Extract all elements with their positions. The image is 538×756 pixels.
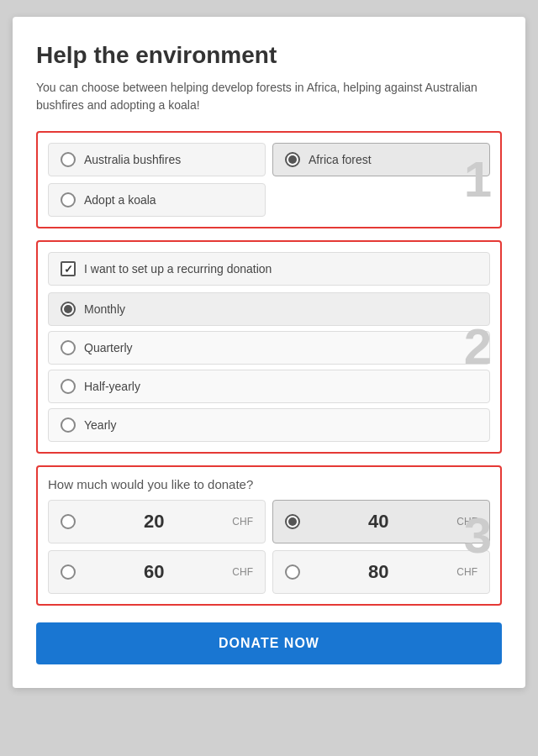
- cause-section: Australia bushfiresAfrica forestAdopt a …: [36, 131, 502, 228]
- amount-option[interactable]: 80CHF: [272, 550, 490, 594]
- amount-value: 40: [307, 511, 450, 533]
- recurring-checkbox-option[interactable]: I want to set up a recurring donation: [48, 252, 490, 286]
- amount-currency: CHF: [456, 566, 477, 578]
- amount-value: 20: [82, 511, 225, 533]
- frequency-option-label: Yearly: [84, 418, 116, 432]
- cause-option[interactable]: Australia bushfires: [48, 143, 266, 176]
- amount-radio-icon: [285, 564, 300, 580]
- frequency-options-list: MonthlyQuarterlyHalf-yearlyYearly: [48, 292, 490, 442]
- frequency-option-label: Quarterly: [84, 341, 133, 354]
- cause-radio-icon: [61, 192, 76, 207]
- amount-option[interactable]: 60CHF: [48, 550, 266, 594]
- amount-value: 80: [307, 561, 450, 583]
- amount-value: 60: [82, 561, 225, 583]
- amount-radio-icon: [61, 514, 76, 529]
- donate-button[interactable]: DONATE NOW: [36, 622, 502, 664]
- page-title: Help the environment: [36, 42, 502, 69]
- frequency-radio-icon: [61, 340, 76, 355]
- cause-option-label: Africa forest: [309, 153, 372, 166]
- cause-options-grid: Australia bushfiresAfrica forestAdopt a …: [48, 143, 490, 217]
- amount-currency: CHF: [456, 516, 477, 528]
- amount-options-grid: 20CHF40CHF60CHF80CHF: [48, 500, 490, 594]
- page-subtitle: You can choose between helping develop f…: [36, 79, 502, 114]
- frequency-radio-icon: [61, 417, 76, 433]
- frequency-option[interactable]: Monthly: [48, 292, 490, 326]
- frequency-option-label: Half-yearly: [84, 380, 140, 393]
- amount-radio-icon: [285, 514, 300, 529]
- amount-section: How much would you like to donate? 20CHF…: [36, 465, 502, 606]
- amount-currency: CHF: [232, 516, 253, 528]
- cause-option-label: Adopt a koala: [84, 193, 156, 207]
- recurring-section: I want to set up a recurring donation Mo…: [36, 240, 502, 454]
- frequency-option-label: Monthly: [84, 302, 125, 316]
- frequency-radio-icon: [61, 379, 76, 394]
- recurring-checkbox[interactable]: [61, 261, 76, 276]
- frequency-option[interactable]: Half-yearly: [48, 370, 490, 403]
- donation-card: Help the environment You can choose betw…: [13, 17, 525, 688]
- amount-option[interactable]: 20CHF: [48, 500, 266, 543]
- amount-currency: CHF: [232, 566, 253, 578]
- amount-heading: How much would you like to donate?: [48, 477, 490, 491]
- recurring-checkbox-label: I want to set up a recurring donation: [84, 262, 272, 276]
- amount-option[interactable]: 40CHF: [272, 500, 490, 543]
- cause-option-label: Australia bushfires: [84, 153, 181, 166]
- frequency-option[interactable]: Quarterly: [48, 331, 490, 365]
- amount-radio-icon: [61, 564, 76, 580]
- cause-radio-icon: [61, 152, 76, 167]
- frequency-radio-icon: [61, 302, 76, 317]
- cause-option[interactable]: Africa forest: [272, 143, 490, 176]
- cause-option[interactable]: Adopt a koala: [48, 183, 266, 217]
- frequency-option[interactable]: Yearly: [48, 408, 490, 442]
- cause-radio-icon: [285, 152, 300, 167]
